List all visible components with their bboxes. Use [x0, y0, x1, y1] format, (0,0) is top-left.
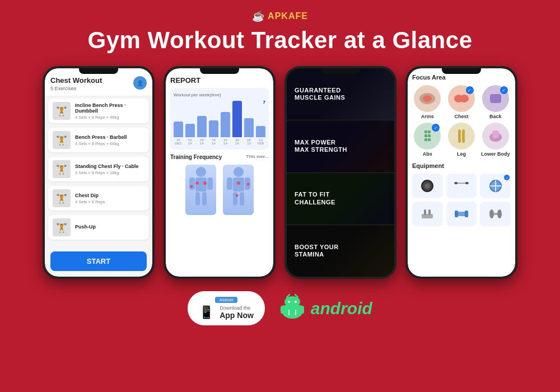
exercise-img-4: 🏋 — [53, 189, 71, 207]
equip-3[interactable]: ✓ — [480, 174, 511, 198]
footer: Android 📱 Download the App Now — [188, 291, 372, 325]
svg-point-17 — [235, 194, 238, 197]
android-logo: android — [278, 292, 372, 325]
download-texts: Download the App Now — [220, 305, 254, 320]
svg-rect-3 — [207, 178, 213, 190]
phone-2: REPORT Workout per week(time) 7 25DEC 02… — [164, 66, 276, 279]
svg-point-15 — [237, 181, 240, 185]
goal-text-3: FAT TO FIT CHALLENGE — [295, 191, 335, 206]
start-button[interactable]: START — [50, 251, 147, 271]
p2-max-label: 7 — [174, 100, 265, 105]
exercise-detail-1: 4 Sets × 8 Reps × 46kg — [75, 115, 144, 120]
equip-4[interactable] — [412, 202, 443, 226]
muscle-lowerbody[interactable]: Lower Body — [480, 123, 511, 157]
exercise-item-1: 🏋 Incline Bench Press · Dumbbell 4 Sets … — [48, 99, 149, 123]
svg-rect-27 — [424, 138, 427, 141]
android-robot-icon — [278, 292, 306, 325]
goal-4[interactable]: BOOST YOUR STAMINA — [287, 225, 394, 277]
muscle-label-arms: Arms — [421, 114, 434, 119]
svg-rect-43 — [428, 209, 431, 215]
muscle-back[interactable]: ✓ Back — [480, 85, 511, 119]
p1-workout-subtitle: 5 Exercises — [50, 86, 102, 91]
p2-chart-area: Workout per week(time) 7 25DEC 021A 091A — [170, 88, 269, 150]
bar-2: 021A — [185, 124, 195, 145]
svg-rect-14 — [240, 192, 244, 206]
download-button[interactable]: Android 📱 Download the App Now — [188, 291, 265, 325]
exercise-info-5: Push-Up — [75, 224, 96, 231]
download-big-text: App Now — [220, 311, 254, 320]
exercise-img-5: 🏋 — [53, 218, 71, 236]
svg-point-7 — [203, 181, 207, 185]
muscle-label-back: Back — [489, 114, 502, 119]
svg-rect-23 — [424, 130, 427, 133]
svg-rect-22 — [490, 94, 501, 103]
bar-4: 161A — [209, 120, 218, 145]
muscle-circle-back: ✓ — [482, 85, 509, 112]
exercise-info-3: Standing Chest Fly · Cable 4 Sets × 8 Re… — [75, 164, 139, 175]
equip-2[interactable] — [446, 174, 477, 198]
chest-check: ✓ — [466, 86, 474, 94]
p1-avatar: 👤 — [133, 76, 147, 90]
goal-2[interactable]: MAX POWER MAX STRENGTH — [287, 120, 394, 172]
p2-section-title: Training Frequency This wee... — [170, 154, 269, 160]
android-badge: Android — [215, 297, 237, 303]
exercise-info-2: Bench Press · Barbell 4 Sets × 8 Reps × … — [75, 134, 127, 146]
svg-rect-41 — [422, 214, 433, 218]
muscle-label-lowerbody: Lower Body — [481, 151, 510, 157]
phone-icon: 📱 — [199, 305, 214, 320]
equip-1[interactable] — [412, 174, 443, 198]
equip-5[interactable] — [446, 202, 477, 226]
equip-6[interactable] — [480, 202, 511, 226]
svg-rect-11 — [227, 178, 232, 190]
bar-3: 091A — [197, 116, 207, 145]
download-row: 📱 Download the App Now — [199, 305, 254, 320]
muscle-arms[interactable]: Arms — [412, 85, 443, 119]
exercise-name-1: Incline Bench Press · Dumbbell — [75, 102, 144, 114]
main-title: Gym Workout Tracker at a Glance — [88, 27, 473, 54]
bar-fill-5 — [221, 112, 230, 137]
svg-rect-42 — [424, 209, 426, 215]
svg-point-48 — [497, 209, 502, 218]
svg-rect-5 — [202, 192, 207, 206]
bar-5: 231A — [221, 112, 230, 145]
exercise-detail-2: 4 Sets × 8 Reps × 46kg — [75, 141, 127, 146]
bar-x-6: 301A — [235, 138, 239, 145]
goal-1[interactable]: GUARANTEED MUSCLE GAINS — [287, 68, 394, 120]
bar-fill-6 — [232, 101, 242, 137]
p2-this-week: This wee... — [246, 154, 269, 160]
bar-fill-8 — [256, 126, 265, 137]
exercise-detail-3: 4 Sets × 8 Reps × 18kg — [75, 170, 139, 175]
p2-training-freq-label: Training Frequency — [170, 154, 222, 160]
goal-text-4: BOOST YOUR STAMINA — [295, 244, 339, 258]
svg-rect-45 — [455, 211, 458, 217]
exercise-info-1: Incline Bench Press · Dumbbell 4 Sets × … — [75, 102, 144, 120]
goal-3[interactable]: FAT TO FIT CHALLENGE — [287, 173, 394, 225]
equip-3-check: ✓ — [504, 175, 510, 180]
phone-2-screen: REPORT Workout per week(time) 7 25DEC 02… — [166, 68, 273, 277]
muscle-circle-leg — [448, 123, 475, 150]
phone-4: Focus Area Arms ✓ Chest — [405, 66, 517, 279]
body-front — [185, 165, 216, 215]
svg-rect-58 — [301, 306, 304, 314]
svg-point-53 — [288, 301, 290, 303]
svg-point-9 — [234, 167, 244, 177]
svg-rect-26 — [428, 134, 431, 137]
exercise-item-5: 🏋 Push-Up — [48, 215, 149, 240]
p2-report-title: REPORT — [170, 76, 269, 85]
svg-point-54 — [295, 301, 297, 303]
bar-x-5: 231A — [223, 138, 227, 145]
svg-point-21 — [460, 95, 469, 102]
download-small-text: Download the — [220, 305, 254, 311]
exercise-item-4: 🏋 Chest Dip 4 Sets × 8 Reps — [48, 186, 149, 211]
p4-focus-title: Focus Area — [412, 74, 511, 81]
muscle-chest[interactable]: ✓ Chest — [446, 85, 477, 119]
muscle-label-leg: Leg — [457, 151, 466, 157]
muscle-abs[interactable]: ✓ Abs — [412, 123, 443, 157]
muscle-leg[interactable]: Leg — [446, 123, 477, 157]
svg-point-34 — [424, 183, 430, 189]
exercise-img-3: 🏋 — [53, 160, 71, 178]
svg-rect-29 — [458, 129, 461, 143]
phone-3: GUARANTEED MUSCLE GAINS MAX POWER MAX ST… — [284, 66, 396, 279]
bar-fill-3 — [197, 116, 207, 137]
muscle-label-abs: Abs — [423, 151, 432, 157]
